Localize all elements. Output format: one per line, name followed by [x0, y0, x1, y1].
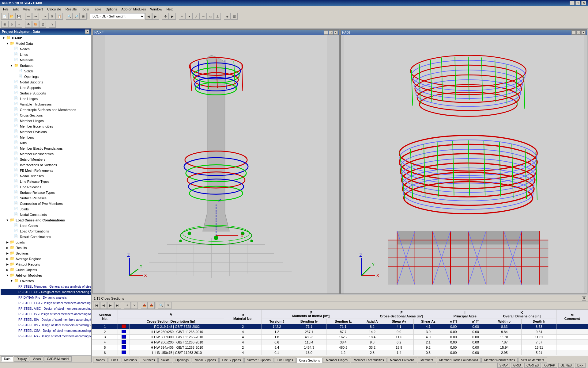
tree-joints[interactable]: 📄 Joints	[1, 206, 91, 212]
tab-som[interactable]: Sets of Members	[518, 358, 547, 363]
tb-grid[interactable]: ⊞	[1, 21, 8, 28]
expand-surfaces[interactable]: ▼	[10, 64, 13, 67]
tb-supports[interactable]: ⊥	[214, 13, 221, 20]
tree-members[interactable]: 📄 Members	[1, 135, 91, 140]
menu-view[interactable]: View	[21, 7, 32, 12]
tb-surfaces[interactable]: ▭	[207, 13, 214, 20]
tbl-search[interactable]: 🔍	[158, 302, 164, 309]
menu-file[interactable]: File	[1, 7, 10, 12]
tree-var-thick[interactable]: 📄 Variable Thicknesses	[1, 102, 91, 107]
tab-surfaces[interactable]: Surfaces	[140, 358, 157, 363]
maximize-btn[interactable]: □	[575, 1, 580, 5]
tree-srt[interactable]: 📄 Surface Release Types	[1, 190, 91, 195]
tab-cross-sections[interactable]: Cross-Sections	[296, 358, 323, 363]
table-row[interactable]: 3 H HW 300x300 | GB/T 11263-2010 4 1.8 4…	[92, 335, 588, 340]
tb-render[interactable]: ◫	[231, 13, 238, 20]
status-osnap[interactable]: OSNAP	[542, 363, 557, 368]
nav-tab-display[interactable]: Display	[14, 356, 29, 362]
tab-line-hinges[interactable]: Line Hinges	[274, 358, 296, 363]
expand-loads[interactable]: ▶	[6, 240, 9, 244]
vp-left-close[interactable]: ✕	[334, 30, 338, 35]
tbl-add[interactable]: +	[124, 302, 131, 309]
tab-mef[interactable]: Member Elastic Foundations	[437, 358, 481, 363]
tree-favorites[interactable]: ▼ 📁 Favorites	[1, 278, 91, 284]
tbl-export[interactable]: 📤	[141, 302, 148, 309]
nav-tab-data[interactable]: Data	[1, 356, 13, 362]
table-row[interactable]: 1 RO 219.1x8 | GB/T 6728-2002 2 142.2 71…	[92, 324, 588, 329]
expand-sections[interactable]: ▶	[6, 251, 9, 255]
vp-right-content[interactable]: Z X Y	[341, 35, 587, 293]
tb-snap[interactable]: ⊙	[8, 21, 15, 28]
tbl-filter[interactable]: ▼	[165, 302, 172, 309]
menu-table[interactable]: Table	[91, 7, 103, 12]
status-snap[interactable]: SNAP	[497, 363, 510, 368]
tb-nodes[interactable]: ●	[186, 13, 193, 20]
tree-lc[interactable]: 📄 Load Cases	[1, 223, 91, 228]
vp-right-min[interactable]: _	[571, 30, 576, 35]
tree-member-hinges[interactable]: 📄 Member Hinges	[1, 118, 91, 124]
tree-srel[interactable]: 📄 Surface Releases	[1, 195, 91, 201]
status-glines[interactable]: GLINES	[558, 363, 574, 368]
table-close[interactable]: ✕	[582, 296, 586, 301]
tb-lines[interactable]: ╱	[193, 13, 200, 20]
tab-materials[interactable]: Materials	[122, 358, 140, 363]
fav-ec3[interactable]: RF-STEEL EC3 - Design of steel members a…	[1, 300, 91, 306]
menu-edit[interactable]: Edit	[11, 7, 21, 12]
tb-select[interactable]: ↖	[179, 13, 186, 20]
menu-help[interactable]: Help	[165, 7, 175, 12]
tb-save[interactable]: 💾	[15, 13, 22, 20]
fav-steel-gb[interactable]: RF-STEEL GB - Design of steel members ac…	[1, 289, 91, 295]
fav-is[interactable]: RF-STEEL IS - Design of steel members ac…	[1, 311, 91, 317]
tree-member-ecc[interactable]: 📄 Member Eccentricities	[1, 124, 91, 129]
tree-conn[interactable]: 📄 Connection of Two Members	[1, 201, 91, 206]
table-row[interactable]: 2 H HW 250x250 | GB/T 11263-2010 4 1.2 2…	[92, 329, 588, 335]
tree-lrt[interactable]: 📄 Line Release Types	[1, 179, 91, 184]
expand-addon[interactable]: ▼	[6, 274, 9, 277]
tab-member-ecc[interactable]: Member Eccentricities	[351, 358, 386, 363]
expand-fav[interactable]: ▼	[10, 279, 13, 283]
fav-aisc[interactable]: RF-STEEL AISC - Design of steel members …	[1, 306, 91, 311]
nav-tab-views[interactable]: Views	[30, 356, 44, 362]
tree-lcc[interactable]: ▼ 📁 Load Cases and Combinations	[1, 217, 91, 223]
tbl-import[interactable]: 📥	[148, 302, 155, 309]
menu-addon[interactable]: Add-on Modules	[119, 7, 148, 12]
fav-sia[interactable]: RF-STEEL SIA - Design of steel members a…	[1, 317, 91, 322]
status-dxf[interactable]: DXF	[575, 363, 586, 368]
tree-nodes[interactable]: 📄 Nodes	[1, 46, 91, 52]
tree-mnl[interactable]: 📄 Member Nonlinearities	[1, 151, 91, 157]
tab-member-divs[interactable]: Member Divisions	[387, 358, 417, 363]
expand-lcc[interactable]: ▼	[6, 218, 9, 222]
tab-solids[interactable]: Solids	[158, 358, 172, 363]
tb-paste[interactable]: 📋	[56, 13, 63, 20]
tab-members[interactable]: Members	[418, 358, 436, 363]
table-row[interactable]: 6 H HN 150x75 | GB/T 11263-2010 4 0.1 16…	[92, 350, 588, 355]
tb-cut[interactable]: ✂	[42, 13, 49, 20]
tab-mnl[interactable]: Member Nonlinearities	[481, 358, 518, 363]
tb-open[interactable]: 📂	[8, 13, 15, 20]
nav-tab-cadbim[interactable]: CAD/BIM model	[44, 356, 72, 362]
tb-display[interactable]: 👁	[25, 21, 32, 28]
tree-nc[interactable]: 📄 Nodal Constraints	[1, 212, 91, 217]
nav-tree[interactable]: ▼ 📁 HAIXI* ▼ 📁 Model Data 📄 Nodes 📄 Line…	[0, 35, 91, 355]
tree-nodal-supports[interactable]: 📄 Nodal Supports	[1, 79, 91, 85]
tbl-first[interactable]: |◀	[93, 302, 100, 309]
tb-undo[interactable]: ↩	[25, 13, 32, 20]
tree-avg-reg[interactable]: ▶ 📁 Average Regions	[1, 256, 91, 262]
tab-openings[interactable]: Openings	[173, 358, 191, 363]
menu-window[interactable]: Window	[148, 7, 164, 12]
tree-nodal-rel[interactable]: 📄 Nodal Releases	[1, 173, 91, 179]
tree-ortho[interactable]: 📄 Orthotropic Surfaces and Membranes	[1, 107, 91, 113]
tree-loads[interactable]: ▶ 📁 Loads	[1, 240, 91, 245]
tree-lrel[interactable]: 📄 Line Releases	[1, 184, 91, 190]
tb-view3d[interactable]: ◈	[224, 13, 231, 20]
vp-right-max[interactable]: □	[576, 30, 581, 35]
nav-close-btn[interactable]: ✕	[85, 29, 89, 34]
tree-surface-supports[interactable]: 📄 Surface Supports	[1, 90, 91, 96]
vp-left-max[interactable]: □	[329, 30, 333, 35]
tb-members[interactable]: ═	[200, 13, 207, 20]
table-row[interactable]: 4 H HW 200x200 | GB/T 11263-2010 4 0.6 1…	[92, 340, 588, 345]
tree-cross-sections[interactable]: 📄 Cross-Sections	[1, 113, 91, 118]
fav-bs[interactable]: RF-STEEL BS - Design of steel members ac…	[1, 322, 91, 328]
tbl-prev[interactable]: ◀	[100, 302, 107, 309]
tree-addon[interactable]: ▼ 📁 Add-on Modules	[1, 273, 91, 278]
